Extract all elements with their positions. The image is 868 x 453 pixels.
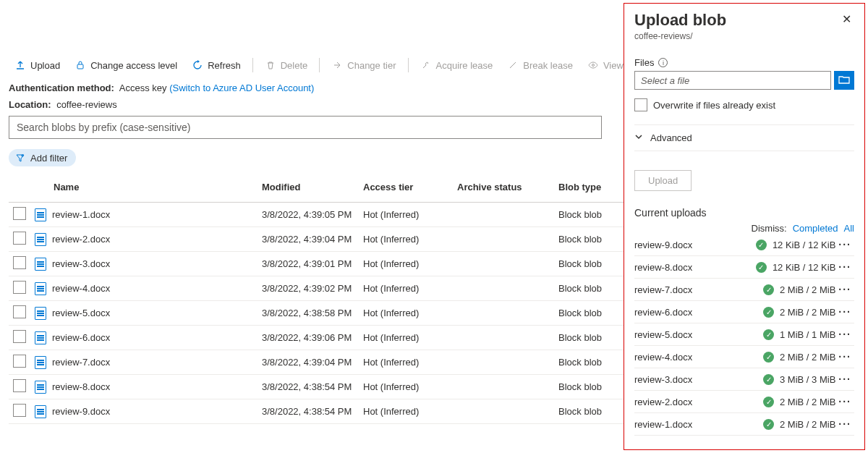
lock-icon [75,59,86,71]
filter-icon [14,152,26,164]
more-options-button[interactable]: ··· [835,261,854,273]
upload-row: review-3.docx ✓ 3 MiB / 3 MiB ··· [634,368,854,391]
dismiss-completed-link[interactable]: Completed [793,223,838,234]
svg-point-1 [592,64,594,67]
auth-method-label: Authentication method: [9,82,114,93]
overwrite-checkbox[interactable] [634,98,647,111]
lease-icon [420,59,432,71]
access-tier-value: Hot (Inferred) [363,258,457,269]
success-icon: ✓ [763,329,774,340]
modified-value: 3/8/2022, 4:38:58 PM [262,308,363,318]
col-modified[interactable]: Modified [262,182,363,192]
document-icon [35,381,46,394]
modified-value: 3/8/2022, 4:39:04 PM [262,357,363,368]
document-icon [35,405,46,418]
upload-row: review-7.docx ✓ 2 MiB / 2 MiB ··· [634,279,854,301]
divider [319,58,320,72]
blob-type-value: Block blob [558,357,631,368]
upload-button[interactable]: Upload [9,56,66,74]
success-icon: ✓ [763,374,774,385]
svg-rect-0 [77,64,83,69]
info-icon[interactable]: i [658,58,668,67]
refresh-button[interactable]: Refresh [186,56,247,74]
upload-submit-button[interactable]: Upload [634,170,692,191]
row-checkbox[interactable] [13,379,26,392]
more-options-button[interactable]: ··· [835,306,854,318]
break-lease-label: Break lease [523,60,573,71]
more-options-button[interactable]: ··· [835,373,854,385]
change-access-level-label: Change access level [90,60,177,71]
row-checkbox[interactable] [13,305,26,318]
acquire-lease-button[interactable]: Acquire lease [414,56,499,74]
row-checkbox[interactable] [13,330,26,343]
blob-name: review-2.docx [52,234,110,245]
upload-progress: 12 KiB / 12 KiB [773,262,835,273]
upload-progress: 2 MiB / 2 MiB [780,284,835,295]
change-access-level-button[interactable]: Change access level [69,56,183,74]
more-options-button[interactable]: ··· [835,351,854,363]
upload-label: Upload [30,60,60,71]
row-checkbox[interactable] [13,256,26,269]
upload-progress: 2 MiB / 2 MiB [780,307,835,318]
modified-value: 3/8/2022, 4:39:01 PM [262,258,363,269]
browse-button[interactable] [834,71,854,90]
blob-name: review-7.docx [52,357,110,368]
access-tier-value: Hot (Inferred) [363,332,457,343]
upload-file-name: review-9.docx [634,240,756,250]
file-select-input[interactable]: Select a file [634,71,831,90]
add-filter-label: Add filter [30,153,67,164]
modified-value: 3/8/2022, 4:38:54 PM [262,381,363,392]
blob-name: review-4.docx [52,283,110,294]
dismiss-label: Dismiss: [752,223,787,234]
close-panel-button[interactable]: ✕ [839,11,854,27]
row-checkbox[interactable] [13,281,26,294]
row-checkbox[interactable] [13,207,26,220]
blob-name: review-8.docx [52,381,110,392]
modified-value: 3/8/2022, 4:39:05 PM [262,209,363,220]
upload-row: review-6.docx ✓ 2 MiB / 2 MiB ··· [634,301,854,323]
eye-icon [587,59,599,71]
advanced-toggle[interactable]: Advanced [634,124,854,151]
upload-progress: 2 MiB / 2 MiB [780,397,835,407]
upload-file-name: review-3.docx [634,374,763,385]
blob-type-value: Block blob [558,332,631,343]
more-options-button[interactable]: ··· [835,418,854,430]
upload-row: review-2.docx ✓ 2 MiB / 2 MiB ··· [634,391,854,413]
upload-row: review-5.docx ✓ 1 MiB / 1 MiB ··· [634,323,854,346]
acquire-lease-label: Acquire lease [436,60,493,71]
col-name[interactable]: Name [30,182,262,192]
more-options-button[interactable]: ··· [835,396,854,407]
delete-button[interactable]: Delete [259,56,314,74]
access-tier-value: Hot (Inferred) [363,381,457,392]
upload-file-name: review-8.docx [634,262,756,273]
row-checkbox[interactable] [13,232,26,245]
refresh-icon [192,59,203,71]
success-icon: ✓ [756,240,767,250]
more-options-button[interactable]: ··· [835,239,854,250]
blob-type-value: Block blob [558,406,631,417]
row-checkbox[interactable] [13,355,26,368]
location-label: Location: [9,99,51,110]
document-icon [35,356,46,369]
current-uploads-heading: Current uploads [634,207,854,219]
col-blob-type[interactable]: Blob type [558,182,631,192]
blob-type-value: Block blob [558,234,631,245]
upload-row: review-1.docx ✓ 2 MiB / 2 MiB ··· [634,413,854,436]
dismiss-all-link[interactable]: All [844,223,854,234]
col-archive-status[interactable]: Archive status [457,182,558,192]
col-access-tier[interactable]: Access tier [363,182,457,192]
break-lease-button[interactable]: Break lease [501,56,579,74]
upload-file-name: review-2.docx [634,397,763,407]
add-filter-button[interactable]: Add filter [9,149,76,166]
row-checkbox[interactable] [13,404,26,417]
search-input[interactable] [9,116,602,139]
upload-file-name: review-5.docx [634,329,763,340]
files-label: Files [634,57,654,68]
switch-auth-link[interactable]: (Switch to Azure AD User Account) [169,82,314,93]
more-options-button[interactable]: ··· [835,329,854,340]
more-options-button[interactable]: ··· [835,284,854,295]
blob-name: review-6.docx [52,332,110,343]
change-tier-button[interactable]: Change tier [326,56,401,74]
close-icon: ✕ [842,13,851,25]
delete-label: Delete [281,60,308,71]
